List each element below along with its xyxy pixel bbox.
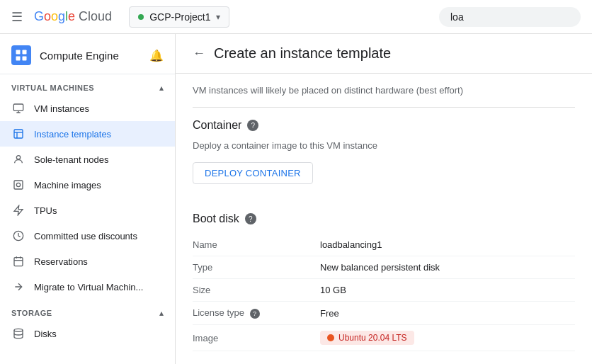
sidebar: Compute Engine 🔔 Virtual machines ▴ VM i…	[0, 34, 176, 364]
project-dot	[138, 14, 144, 20]
content-header: ← Create an instance template	[176, 34, 592, 74]
svg-rect-4	[13, 104, 23, 110]
sidebar-section-virtual-machines[interactable]: Virtual machines ▴	[0, 74, 175, 96]
svg-rect-9	[14, 181, 23, 189]
svg-rect-1	[23, 50, 27, 55]
table-row: Image Ubuntu 20.04 LTS	[193, 325, 575, 351]
sidebar-item-reservations[interactable]: Reservations	[0, 249, 175, 274]
table-cell-label: Type	[193, 256, 320, 279]
search-bar[interactable]	[439, 7, 581, 27]
table-row: License type ? Free	[193, 302, 575, 325]
deploy-container-button[interactable]: DEPLOY CONTAINER	[193, 162, 313, 184]
sidebar-item-label: Instance templates	[34, 129, 111, 140]
sidebar-item-label: TPUs	[34, 205, 57, 216]
sidebar-item-disks[interactable]: Disks	[0, 321, 175, 346]
chevron-down-icon: ▾	[216, 12, 220, 22]
boot-disk-help-icon[interactable]: ?	[245, 213, 256, 224]
svg-rect-5	[14, 130, 23, 138]
search-input[interactable]	[450, 11, 569, 23]
sidebar-item-label: Sole-tenant nodes	[34, 154, 109, 165]
boot-disk-heading-label: Boot disk	[193, 212, 239, 225]
sidebar-section-label: Storage	[11, 309, 52, 317]
sidebar-item-instance-templates[interactable]: Instance templates	[0, 121, 175, 147]
sidebar-item-machine-images[interactable]: Machine images	[0, 172, 175, 198]
vm-instances-icon	[11, 101, 25, 115]
bell-icon[interactable]: 🔔	[149, 49, 164, 62]
table-cell-value: Free	[320, 302, 575, 325]
project-selector[interactable]: GCP-Project1 ▾	[129, 6, 229, 28]
boot-disk-section-heading: Boot disk ?	[193, 212, 575, 225]
image-badge-text: Ubuntu 20.04 LTS	[338, 333, 407, 343]
table-row: Size 10 GB	[193, 279, 575, 302]
menu-icon[interactable]: ☰	[11, 9, 23, 25]
table-cell-value: New balanced persistent disk	[320, 256, 575, 279]
ubuntu-icon	[327, 334, 334, 341]
content-area: ← Create an instance template VM instanc…	[176, 34, 592, 364]
svg-point-10	[16, 183, 20, 186]
table-cell-image: Ubuntu 20.04 LTS	[320, 325, 575, 351]
svg-rect-0	[16, 50, 21, 55]
container-heading-label: Container	[193, 119, 241, 132]
table-cell-label: Name	[193, 234, 320, 256]
topbar: ☰ Google Cloud GCP-Project1 ▾	[0, 0, 592, 34]
main-layout: Compute Engine 🔔 Virtual machines ▴ VM i…	[0, 34, 592, 364]
svg-point-18	[327, 334, 334, 341]
table-cell-label: License type ?	[193, 302, 320, 325]
project-name: GCP-Project1	[149, 11, 210, 23]
table-cell-label: Size	[193, 279, 320, 302]
sidebar-item-committed-use-discounts[interactable]: Committed use discounts	[0, 223, 175, 249]
svg-rect-2	[16, 57, 21, 61]
chevron-up-icon: ▴	[159, 308, 164, 318]
sidebar-section-label: Virtual machines	[11, 84, 94, 92]
svg-rect-3	[23, 57, 27, 61]
svg-point-8	[16, 156, 20, 159]
svg-point-17	[14, 329, 23, 331]
tpus-icon	[11, 203, 25, 217]
svg-rect-13	[14, 258, 23, 266]
google-logo-text: Google	[34, 9, 79, 23]
container-description: Deploy a container image to this VM inst…	[193, 140, 575, 151]
machine-images-icon	[11, 178, 25, 192]
sidebar-item-label: Reservations	[34, 256, 88, 267]
product-title: Compute Engine	[40, 50, 119, 62]
table-cell-value: loadbalancing1	[320, 234, 575, 256]
image-badge: Ubuntu 20.04 LTS	[320, 331, 414, 345]
sidebar-item-label: Migrate to Virtual Machin...	[34, 282, 143, 292]
container-section-heading: Container ?	[193, 119, 575, 132]
compute-engine-icon	[11, 45, 31, 65]
boot-disk-table: Name loadbalancing1 Type New balanced pe…	[193, 234, 575, 351]
divider	[193, 107, 575, 108]
sidebar-item-label: VM instances	[34, 103, 89, 114]
license-help-icon[interactable]: ?	[250, 309, 260, 319]
table-row: Name loadbalancing1	[193, 234, 575, 256]
instance-templates-icon	[11, 127, 25, 141]
sidebar-item-label: Committed use discounts	[34, 231, 137, 241]
table-row: Type New balanced persistent disk	[193, 256, 575, 279]
svg-marker-11	[14, 205, 23, 215]
reservations-icon	[11, 254, 25, 268]
logo: Google Cloud	[34, 9, 112, 24]
table-cell-value: 10 GB	[320, 279, 575, 302]
content-body: VM instances will likely be placed on di…	[176, 74, 592, 364]
table-cell-label: Image	[193, 325, 320, 351]
sidebar-item-vm-instances[interactable]: VM instances	[0, 96, 175, 121]
sidebar-item-tpus[interactable]: TPUs	[0, 198, 175, 223]
back-button[interactable]: ←	[193, 46, 205, 61]
sidebar-product-header: Compute Engine 🔔	[0, 34, 175, 74]
info-text: VM instances will likely be placed on di…	[193, 85, 575, 96]
sidebar-item-sole-tenant[interactable]: Sole-tenant nodes	[0, 147, 175, 172]
sidebar-item-migrate[interactable]: Migrate to Virtual Machin...	[0, 274, 175, 300]
sidebar-section-storage[interactable]: Storage ▴	[0, 300, 175, 321]
committed-use-icon	[11, 229, 25, 243]
sidebar-item-label: Machine images	[34, 180, 101, 190]
sidebar-item-label: Disks	[34, 329, 57, 339]
page-title: Create an instance template	[214, 45, 391, 62]
sole-tenant-icon	[11, 152, 25, 166]
container-help-icon[interactable]: ?	[247, 120, 258, 131]
migrate-icon	[11, 280, 25, 294]
disks-icon	[11, 326, 25, 341]
chevron-up-icon: ▴	[159, 83, 164, 93]
